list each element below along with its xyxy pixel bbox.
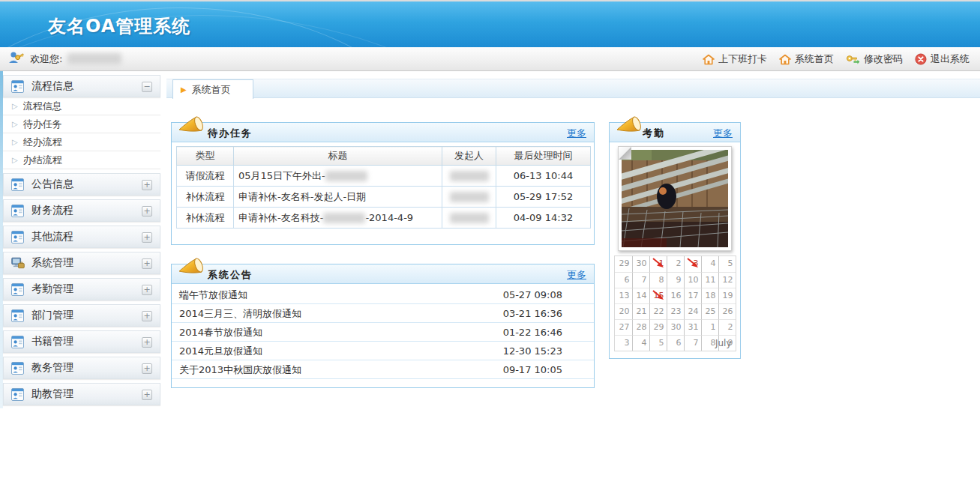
- calendar-day[interactable]: 27: [615, 319, 632, 335]
- logout-link[interactable]: 退出系统: [915, 52, 970, 66]
- tab-system-home[interactable]: ▶ 系统首页: [172, 79, 253, 99]
- expand-icon[interactable]: +: [142, 390, 152, 400]
- calendar-day[interactable]: 25: [701, 303, 718, 319]
- expand-icon[interactable]: +: [142, 337, 152, 348]
- announcement-title: 2014元旦放假通知: [179, 345, 262, 357]
- calendar-day[interactable]: 30: [632, 256, 649, 272]
- calendar-day[interactable]: 20: [615, 303, 632, 319]
- expand-icon[interactable]: +: [142, 206, 152, 217]
- announcement-item[interactable]: 2014元旦放假通知12-30 15:23: [172, 342, 594, 360]
- announcements-more-link[interactable]: 更多: [567, 268, 586, 282]
- system-home-link[interactable]: 系统首页: [779, 52, 834, 66]
- collapse-icon[interactable]: −: [142, 82, 152, 92]
- todo-row[interactable]: 补休流程申请补休-友名科-发起人-日期05-29 17:52: [177, 187, 591, 208]
- todo-more-link[interactable]: 更多: [567, 127, 586, 140]
- calendar-day[interactable]: 29: [615, 256, 632, 272]
- announcement-item[interactable]: 关于2013中秋国庆放假通知09-17 10:05: [172, 360, 594, 379]
- calendar-day[interactable]: 5: [718, 256, 736, 272]
- calendar-day[interactable]: 26: [718, 303, 736, 319]
- sidebar-item-5[interactable]: 考勤管理+: [3, 278, 160, 300]
- calendar-day[interactable]: 14: [632, 288, 649, 303]
- calendar-day[interactable]: 29: [649, 319, 667, 335]
- calendar-day[interactable]: 16: [667, 288, 684, 303]
- calendar-day[interactable]: 11: [701, 272, 718, 288]
- announcements-panel: 系统公告 更多 端午节放假通知05-27 09:082014三月三、清明放假通知…: [171, 264, 595, 388]
- calendar-day[interactable]: 5: [649, 335, 667, 351]
- calendar-day[interactable]: 19: [718, 288, 736, 303]
- todo-time: 06-13 10:44: [496, 166, 591, 187]
- calendar-day[interactable]: 23: [667, 303, 684, 319]
- sidebar-section: 考勤管理+: [3, 278, 160, 300]
- calendar-day[interactable]: 2: [718, 319, 736, 335]
- calendar-day[interactable]: 4: [632, 335, 649, 351]
- calendar-day[interactable]: 3: [615, 335, 632, 351]
- sidebar-item-3[interactable]: 其他流程+: [3, 226, 160, 248]
- sidebar-item-9[interactable]: 助教管理+: [3, 383, 160, 405]
- calendar-day[interactable]: 7: [684, 335, 701, 351]
- calendar-day[interactable]: 6: [615, 272, 632, 288]
- todo-row[interactable]: 请假流程05月15日下午外出-06-13 10:44: [177, 166, 591, 187]
- attendance-calendar: 2930123456789101112131415161718192021222…: [614, 255, 736, 351]
- expand-icon[interactable]: +: [142, 311, 152, 321]
- calendar-day[interactable]: 15: [649, 288, 667, 303]
- redacted-initiator: [450, 171, 489, 181]
- calendar-day[interactable]: 6: [667, 335, 684, 351]
- calendar-day[interactable]: 28: [632, 319, 649, 335]
- calendar-day[interactable]: 8: [701, 335, 718, 351]
- calendar-day[interactable]: 2: [667, 256, 684, 272]
- todo-type: 补休流程: [177, 208, 234, 229]
- sidebar-item-1[interactable]: 公告信息+: [3, 173, 160, 196]
- calendar-day[interactable]: 4: [701, 256, 718, 272]
- attendance-panel-title: 考勤: [643, 127, 665, 140]
- calendar-day[interactable]: 3: [684, 256, 701, 272]
- announcement-item[interactable]: 端午节放假通知05-27 09:08: [172, 285, 594, 304]
- announcement-item[interactable]: 2014春节放假通知01-22 16:46: [172, 323, 594, 342]
- todo-row[interactable]: 补休流程申请补休-友名科技--2014-4-904-09 14:32: [177, 208, 591, 229]
- calendar-day[interactable]: 31: [684, 319, 701, 335]
- attendance-more-link[interactable]: 更多: [713, 127, 733, 140]
- calendar-day[interactable]: 9: [718, 335, 736, 351]
- sidebar-item-6[interactable]: 部门管理+: [3, 304, 160, 327]
- sidebar-subitem[interactable]: ▷待办任务: [3, 115, 160, 133]
- calendar-day[interactable]: 10: [684, 272, 701, 288]
- sidebar-item-label: 部门管理: [31, 309, 73, 322]
- attendance-photo[interactable]: [618, 146, 732, 251]
- photo-fold-corner-icon: [619, 147, 631, 160]
- calendar-day[interactable]: 17: [684, 288, 701, 303]
- expand-icon[interactable]: +: [142, 180, 152, 190]
- expand-icon[interactable]: +: [142, 363, 152, 374]
- clock-in-link[interactable]: 上下班打卡: [703, 52, 767, 66]
- sidebar-item-4[interactable]: 系统管理+: [3, 252, 160, 274]
- sidebar-subitem[interactable]: ▷办结流程: [3, 151, 160, 169]
- calendar-day[interactable]: 7: [632, 272, 649, 288]
- calendar-day[interactable]: 1: [649, 256, 667, 272]
- sidebar-subitem[interactable]: ▷流程信息: [3, 97, 160, 115]
- calendar-day[interactable]: 22: [649, 303, 667, 319]
- photo-image: [622, 150, 728, 247]
- calendar-day[interactable]: 24: [684, 303, 701, 319]
- announcement-item[interactable]: 2014三月三、清明放假通知03-21 16:36: [172, 304, 594, 323]
- expand-icon[interactable]: +: [142, 232, 152, 243]
- sidebar-item-2[interactable]: 财务流程+: [3, 199, 160, 222]
- calendar-day[interactable]: 18: [701, 288, 718, 303]
- calendar-day[interactable]: 21: [632, 303, 649, 319]
- expand-icon[interactable]: +: [142, 258, 152, 269]
- calendar-day[interactable]: 30: [667, 319, 684, 335]
- user-card-icon: [11, 205, 25, 217]
- sidebar-section: 书籍管理+: [3, 330, 160, 353]
- calendar-day[interactable]: 1: [701, 319, 718, 335]
- calendar-day[interactable]: 9: [667, 272, 684, 288]
- calendar-day[interactable]: 13: [615, 288, 632, 303]
- calendar-day[interactable]: 8: [649, 272, 667, 288]
- announcements-panel-title: 系统公告: [208, 268, 253, 282]
- announcement-title: 2014春节放假通知: [179, 327, 262, 338]
- sidebar-item-8[interactable]: 教务管理+: [3, 357, 160, 379]
- sidebar-subitem[interactable]: ▷经办流程: [3, 133, 160, 151]
- sidebar-item-7[interactable]: 书籍管理+: [3, 330, 160, 353]
- sidebar-item-0[interactable]: 流程信息−: [3, 75, 160, 97]
- sidebar-section: 公告信息+: [3, 173, 160, 196]
- change-password-link[interactable]: 修改密码: [846, 52, 903, 66]
- calendar-day[interactable]: 12: [718, 272, 736, 288]
- attendance-panel: 考勤 更多: [609, 122, 741, 359]
- expand-icon[interactable]: +: [142, 285, 152, 295]
